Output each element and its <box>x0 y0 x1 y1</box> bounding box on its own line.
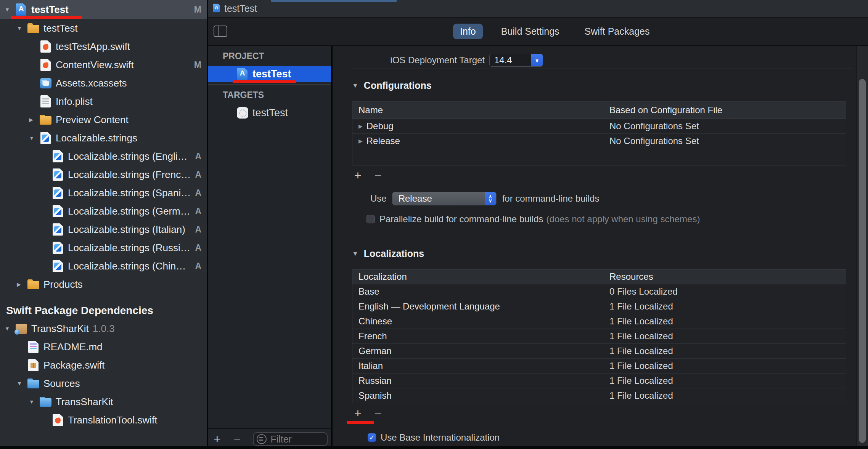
file-tree-row[interactable]: Localizable.strings (Spani… A <box>0 184 207 202</box>
localizations-rows: Base 0 Files Localized English — Develop… <box>352 284 846 403</box>
file-name: ContentView.swift <box>56 59 134 71</box>
configurations-add-remove-row: + − <box>352 169 846 181</box>
section-title: Configurations <box>364 80 432 91</box>
file-name: Localizable.strings (Chin… <box>68 260 186 272</box>
configuration-row[interactable]: ▶ Release No Configurations Set <box>352 134 846 148</box>
disclosure-triangle-icon[interactable] <box>17 281 27 287</box>
settings-tab-group: InfoBuild SettingsSwift Packages <box>453 24 657 39</box>
file-tree-row[interactable]: Assets.xcassets <box>0 74 207 92</box>
settings-tab[interactable]: Swift Packages <box>578 24 657 39</box>
localization-row[interactable]: Chinese 1 File Localized <box>352 314 846 329</box>
add-configuration-button[interactable]: + <box>354 169 362 181</box>
file-tree-row[interactable]: TransSharKit <box>0 393 207 411</box>
localization-name-cell: Base <box>352 286 603 297</box>
localization-row[interactable]: German 1 File Localized <box>352 344 846 359</box>
configuration-value-cell: No Configurations Set <box>603 136 846 146</box>
source-control-status-badge: A <box>195 206 201 216</box>
file-type-icon <box>39 112 53 127</box>
file-name: Sources <box>43 378 80 390</box>
editor-tab-title[interactable]: testTest <box>224 3 257 14</box>
file-tree-row[interactable]: testTestApp.swift <box>0 37 207 56</box>
configuration-popup-button[interactable]: Release ∧∨ <box>392 192 497 205</box>
localization-row[interactable]: Russian 1 File Localized <box>352 374 846 388</box>
disclosure-triangle-icon[interactable] <box>17 380 27 386</box>
disclosure-triangle-icon[interactable] <box>29 399 39 405</box>
localization-row[interactable]: French 1 File Localized <box>352 329 846 344</box>
localization-resources-cell: 1 File Localized <box>603 390 846 401</box>
file-tree-row[interactable]: Localizable.strings (Chin… A <box>0 257 207 275</box>
localizations-add-remove-row: + − <box>352 407 846 419</box>
target-row[interactable]: testTest <box>208 106 331 120</box>
column-header-name: Name <box>352 101 603 119</box>
command-line-builds-label: for command-line builds <box>502 193 600 204</box>
window-bottom-edge <box>0 446 868 449</box>
file-tree-row[interactable]: TransSharKit 1.0.3 <box>0 319 207 338</box>
configurations-table: Name Based on Configuration File ▶ Debug <box>352 101 846 165</box>
project-row-selected[interactable]: testTest <box>208 66 331 82</box>
localization-row[interactable]: Base 0 Files Localized <box>352 284 846 299</box>
deployment-target-dropdown[interactable]: 14.4 ∨ <box>489 54 543 67</box>
up-down-chevrons-icon[interactable]: ∧∨ <box>485 192 496 205</box>
disclosure-triangle-icon[interactable] <box>17 25 27 31</box>
disclosure-triangle-icon[interactable] <box>29 135 39 141</box>
localization-row[interactable]: Italian 1 File Localized <box>352 359 846 374</box>
file-tree-row[interactable]: README.md <box>0 338 207 356</box>
disclosure-triangle-icon[interactable]: ▶ <box>358 123 363 129</box>
settings-tab[interactable]: Info <box>453 24 483 39</box>
scrollbar-track[interactable] <box>857 46 868 449</box>
disclosure-triangle-icon[interactable]: ▼ <box>352 250 358 258</box>
panel-toggle-icon[interactable] <box>214 26 227 37</box>
disclosure-triangle-icon[interactable] <box>29 117 39 123</box>
add-localization-button[interactable]: + <box>354 407 362 419</box>
file-tree-row[interactable]: Info.plist <box>0 92 207 111</box>
filter-input[interactable] <box>270 433 324 445</box>
base-internationalization-row: Use Base Internationalization <box>352 432 846 443</box>
remove-localization-button[interactable]: − <box>375 407 382 419</box>
disclosure-triangle-icon[interactable]: ▶ <box>358 138 363 144</box>
file-name: Package.swift <box>43 359 104 371</box>
remove-target-button[interactable]: − <box>234 433 241 445</box>
localization-name-cell: Russian <box>352 375 603 386</box>
localization-row[interactable]: English — Development Language 1 File Lo… <box>352 299 846 314</box>
base-internationalization-checkbox[interactable] <box>368 433 376 442</box>
file-tree-row[interactable]: ContentView.swift M <box>0 56 207 74</box>
file-tree-row[interactable]: testTest <box>0 19 207 37</box>
localization-row[interactable]: Spanish 1 File Localized <box>352 388 846 403</box>
file-tree-row[interactable]: Package.swift <box>0 356 207 374</box>
file-name: TranslationTool.swift <box>68 414 158 426</box>
remove-configuration-button[interactable]: − <box>375 169 382 181</box>
source-control-status-badge: A <box>195 170 201 180</box>
file-tree-row[interactable]: Localizable.strings (Frenc… A <box>0 165 207 184</box>
disclosure-triangle-icon[interactable] <box>5 326 14 332</box>
configuration-name: Debug <box>366 121 394 131</box>
file-tree-row[interactable]: TranslationTool.swift <box>0 411 207 429</box>
file-tree-row[interactable]: Localizable.strings <box>0 129 207 147</box>
file-tree-row[interactable]: Products <box>0 275 207 293</box>
file-tree-row[interactable]: testTest M <box>0 0 207 19</box>
file-tree-row[interactable]: Preview Content <box>0 111 207 129</box>
file-name: Localizable.strings <box>56 132 137 144</box>
file-name: Localizable.strings (Germ… <box>68 205 190 217</box>
file-tree-row[interactable]: Localizable.strings (Engli… A <box>0 147 207 165</box>
file-tree-row[interactable]: Localizable.strings (Russi… A <box>0 239 207 257</box>
settings-tab[interactable]: Build Settings <box>494 24 566 39</box>
parallelize-checkbox[interactable] <box>366 215 375 223</box>
file-type-icon <box>27 340 40 354</box>
add-target-button[interactable]: + <box>214 433 221 445</box>
disclosure-triangle-icon[interactable]: ▼ <box>352 82 358 90</box>
file-tree-row[interactable]: Localizable.strings (Italian) A <box>0 220 207 239</box>
filter-field[interactable] <box>253 432 328 446</box>
source-control-status-badge: A <box>195 261 201 271</box>
disclosure-triangle-icon[interactable] <box>5 6 14 13</box>
file-tree-row[interactable]: Sources <box>0 374 207 393</box>
panel-divider <box>208 84 331 85</box>
configuration-row[interactable]: ▶ Debug No Configurations Set <box>352 119 846 134</box>
file-name: TransSharKit <box>31 323 89 335</box>
source-control-status-badge: M <box>194 60 201 70</box>
file-tree-row[interactable]: Localizable.strings (Germ… A <box>0 202 207 220</box>
chevron-down-icon[interactable]: ∨ <box>531 54 543 66</box>
window-tab-active-indicator <box>271 0 397 2</box>
deployment-target-value: 14.4 <box>490 54 531 66</box>
scrollbar-thumb[interactable] <box>859 79 866 443</box>
source-control-status-badge: A <box>195 151 201 162</box>
